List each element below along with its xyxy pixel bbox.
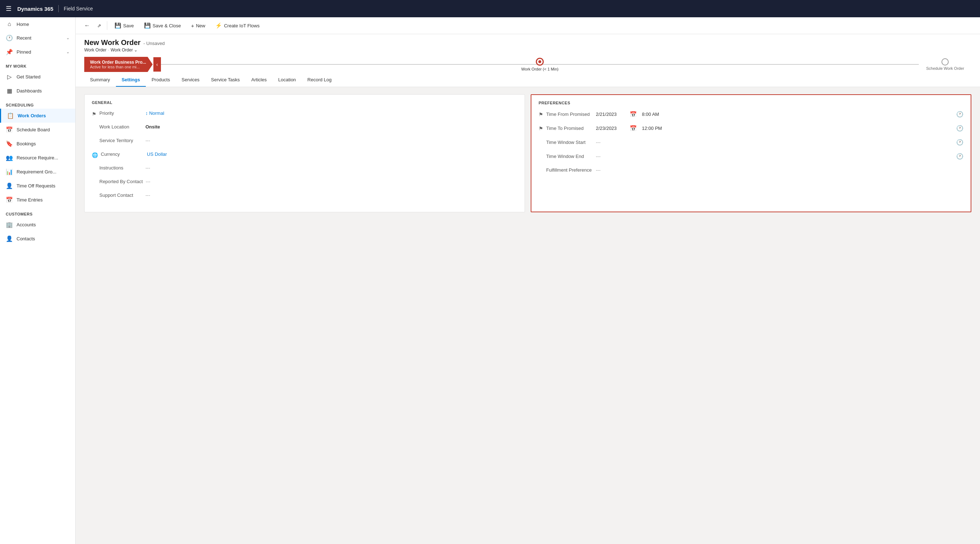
time-to-promised-icon: ⚑	[539, 125, 543, 131]
tab-settings[interactable]: Settings	[116, 73, 146, 87]
reported-by-label: Reported By Contact	[99, 179, 143, 184]
preferences-panel: PREFERENCES ⚑ Time From Promised 2/21/20…	[531, 94, 971, 212]
clock-icon-to[interactable]: 🕐	[956, 125, 963, 132]
sidebar-label-home: Home	[17, 22, 29, 27]
time-from-promised-date: 2/21/2023	[596, 111, 625, 117]
breadcrumb: Work Order · Work Order ⌄	[84, 48, 971, 52]
breadcrumb-item-1: Work Order	[84, 48, 107, 52]
contacts-icon: 👤	[6, 235, 13, 242]
field-time-window-end: ⚑ Time Window End --- 🕐	[539, 153, 963, 160]
sidebar-label-dashboards: Dashboards	[17, 88, 42, 94]
stage-next-label: Schedule Work Order	[926, 66, 964, 71]
time-window-start-value: ---	[596, 140, 625, 145]
sidebar-label-recent: Recent	[17, 35, 31, 41]
service-territory-label: Service Territory	[99, 138, 143, 143]
dashboards-icon: ▦	[6, 87, 13, 94]
hamburger-icon[interactable]: ☰	[6, 5, 11, 13]
support-contact-value: ---	[145, 192, 150, 198]
fulfillment-pref-label: Fulfillment Preference	[546, 167, 593, 173]
clock-icon-from[interactable]: 🕐	[956, 111, 963, 117]
sidebar-item-work-orders[interactable]: 📋 Work Orders	[0, 109, 75, 123]
sidebar-item-requirement-gro[interactable]: 📊 Requirement Gro...	[0, 165, 75, 179]
popup-button[interactable]: ⇗	[94, 21, 104, 30]
sidebar-item-time-entries[interactable]: 📅 Time Entries	[0, 193, 75, 207]
create-iot-button[interactable]: ⚡ Create IoT Flows	[211, 20, 264, 31]
instructions-label: Instructions	[99, 165, 143, 171]
clock-icon-window-start[interactable]: 🕐	[956, 139, 963, 146]
form-content: GENERAL ⚑ Priority ↕ Normal ⚑ Work Locat…	[76, 87, 980, 544]
sidebar-item-schedule-board[interactable]: 📅 Schedule Board	[0, 123, 75, 137]
tab-articles[interactable]: Articles	[245, 73, 272, 87]
field-time-to-promised: ⚑ Time To Promised 2/23/2023 📅 12:00 PM …	[539, 125, 963, 132]
sidebar-item-home[interactable]: ⌂ Home	[0, 17, 75, 31]
progress-line-container: Work Order (< 1 Min)	[161, 57, 919, 71]
tab-location[interactable]: Location	[272, 73, 302, 87]
stage-collapse-button[interactable]: ‹	[153, 57, 161, 71]
toolbar-sep-1	[107, 21, 107, 30]
save-button[interactable]: 💾 Save	[110, 20, 138, 31]
field-support-contact: ⚑ Support Contact ---	[92, 192, 517, 199]
field-currency: 🌐 Currency US Dollar	[92, 151, 517, 158]
field-work-location: ⚑ Work Location Onsite	[92, 124, 517, 131]
form-panels: GENERAL ⚑ Priority ↕ Normal ⚑ Work Locat…	[84, 94, 971, 212]
currency-value[interactable]: US Dollar	[147, 151, 167, 157]
requirement-gro-icon: 📊	[6, 168, 13, 175]
tab-products[interactable]: Products	[146, 73, 176, 87]
sidebar: ⌂ Home 🕐 Recent ⌄ 📌 Pinned ⌄ My Work ▷ G…	[0, 17, 76, 544]
time-entries-icon: 📅	[6, 197, 13, 203]
field-priority: ⚑ Priority ↕ Normal	[92, 111, 517, 117]
time-to-promised-label: Time To Promised	[546, 125, 593, 131]
time-off-icon: 👤	[6, 182, 13, 189]
back-button[interactable]: ←	[81, 20, 93, 31]
sidebar-item-bookings[interactable]: 🔖 Bookings	[0, 137, 75, 151]
priority-value[interactable]: ↕ Normal	[145, 111, 164, 116]
calendar-icon-to[interactable]: 📅	[630, 125, 637, 132]
sidebar-item-pinned[interactable]: 📌 Pinned ⌄	[0, 45, 75, 59]
progress-wrap: Work Order Business Pro... Active for le…	[84, 57, 971, 72]
time-to-promised-date: 2/23/2023	[596, 125, 625, 131]
tab-summary[interactable]: Summary	[84, 73, 116, 87]
time-window-end-label: Time Window End	[546, 154, 593, 159]
sidebar-item-get-started[interactable]: ▷ Get Started	[0, 70, 75, 84]
sidebar-item-recent[interactable]: 🕐 Recent ⌄	[0, 31, 75, 45]
page-header: New Work Order - Unsaved Work Order · Wo…	[76, 34, 980, 52]
sidebar-item-time-off[interactable]: 👤 Time Off Requests	[0, 179, 75, 193]
tab-services[interactable]: Services	[176, 73, 205, 87]
sidebar-item-dashboards[interactable]: ▦ Dashboards	[0, 84, 75, 98]
priority-label: Priority	[99, 111, 143, 116]
new-button[interactable]: + New	[186, 21, 210, 31]
time-window-end-value: ---	[596, 154, 625, 159]
save-close-button[interactable]: 💾 Save & Close	[140, 20, 185, 31]
calendar-icon-from[interactable]: 📅	[630, 111, 637, 117]
preferences-section-title: PREFERENCES	[539, 101, 963, 105]
reported-by-value: ---	[146, 179, 151, 184]
time-to-promised-time: 12:00 PM	[642, 125, 663, 131]
tabs: Summary Settings Products Services Servi…	[76, 73, 980, 87]
app-title: Dynamics 365	[17, 6, 53, 12]
work-location-label: Work Location	[99, 124, 143, 130]
field-time-from-promised: ⚑ Time From Promised 2/21/2023 📅 8:00 AM…	[539, 111, 963, 117]
fulfillment-pref-value: ---	[596, 167, 625, 173]
toolbar: ← ⇗ 💾 Save 💾 Save & Close + New ⚡ Create…	[76, 17, 980, 34]
work-orders-icon: 📋	[7, 112, 14, 119]
tab-record-log[interactable]: Record Log	[302, 73, 337, 87]
stage-circle-dot	[539, 60, 541, 63]
resource-req-icon: 👥	[6, 154, 13, 161]
save-close-icon: 💾	[144, 22, 151, 29]
create-iot-label: Create IoT Flows	[224, 23, 259, 29]
sidebar-item-accounts[interactable]: 🏢 Accounts	[0, 218, 75, 232]
accounts-icon: 🏢	[6, 221, 13, 228]
sidebar-item-contacts[interactable]: 👤 Contacts	[0, 232, 75, 246]
sidebar-item-resource-req[interactable]: 👥 Resource Require...	[0, 151, 75, 165]
breadcrumb-item-2[interactable]: Work Order ⌄	[111, 48, 138, 52]
save-label: Save	[123, 23, 134, 29]
new-label: New	[196, 23, 205, 29]
tab-service-tasks[interactable]: Service Tasks	[205, 73, 245, 87]
time-from-promised-time: 8:00 AM	[642, 111, 663, 117]
save-close-label: Save & Close	[153, 23, 181, 29]
field-reported-by: ⚑ Reported By Contact ---	[92, 179, 517, 185]
stage-active[interactable]: Work Order Business Pro... Active for le…	[84, 57, 153, 72]
clock-icon-window-end[interactable]: 🕐	[956, 153, 963, 160]
sidebar-label-accounts: Accounts	[17, 222, 36, 227]
recent-icon: 🕐	[6, 35, 13, 41]
